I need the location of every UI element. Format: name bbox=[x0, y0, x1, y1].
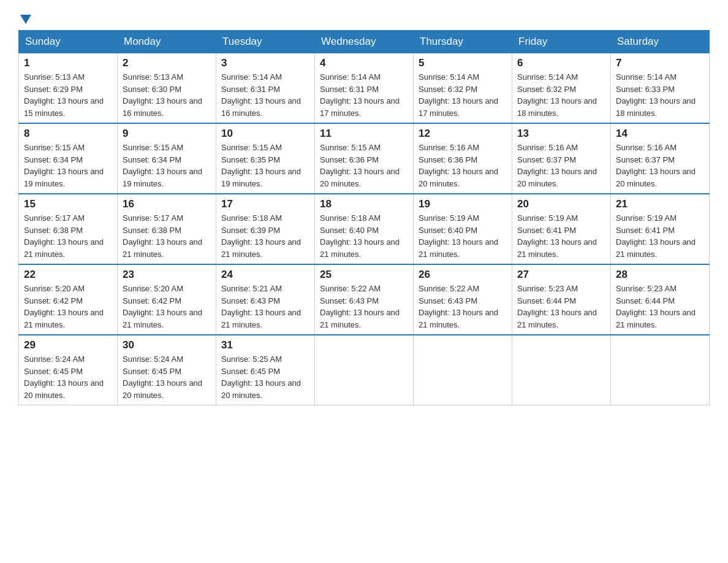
day-number: 11 bbox=[320, 128, 408, 140]
calendar-cell: 26 Sunrise: 5:22 AMSunset: 6:43 PMDaylig… bbox=[414, 264, 512, 335]
day-number: 22 bbox=[24, 269, 112, 281]
day-info: Sunrise: 5:24 AMSunset: 6:45 PMDaylight:… bbox=[123, 353, 211, 401]
calendar-cell: 12 Sunrise: 5:16 AMSunset: 6:36 PMDaylig… bbox=[414, 123, 512, 194]
calendar-cell: 24 Sunrise: 5:21 AMSunset: 6:43 PMDaylig… bbox=[216, 264, 315, 335]
day-number: 12 bbox=[419, 128, 507, 140]
day-number: 9 bbox=[123, 128, 211, 140]
day-number: 24 bbox=[221, 269, 309, 281]
header-thursday: Thursday bbox=[414, 31, 512, 53]
calendar-cell: 3 Sunrise: 5:14 AMSunset: 6:31 PMDayligh… bbox=[216, 53, 315, 124]
day-number: 20 bbox=[517, 198, 605, 210]
header-sunday: Sunday bbox=[19, 31, 118, 53]
day-info: Sunrise: 5:23 AMSunset: 6:44 PMDaylight:… bbox=[616, 283, 704, 331]
day-number: 2 bbox=[123, 57, 211, 69]
week-row-5: 29 Sunrise: 5:24 AMSunset: 6:45 PMDaylig… bbox=[19, 335, 710, 405]
day-info: Sunrise: 5:18 AMSunset: 6:39 PMDaylight:… bbox=[221, 212, 309, 260]
calendar-cell: 16 Sunrise: 5:17 AMSunset: 6:38 PMDaylig… bbox=[118, 194, 216, 264]
day-number: 29 bbox=[24, 339, 112, 351]
day-info: Sunrise: 5:15 AMSunset: 6:36 PMDaylight:… bbox=[320, 142, 408, 190]
day-info: Sunrise: 5:15 AMSunset: 6:34 PMDaylight:… bbox=[123, 142, 211, 190]
calendar-cell: 21 Sunrise: 5:19 AMSunset: 6:41 PMDaylig… bbox=[611, 194, 710, 264]
calendar-cell: 30 Sunrise: 5:24 AMSunset: 6:45 PMDaylig… bbox=[118, 335, 216, 405]
day-info: Sunrise: 5:14 AMSunset: 6:32 PMDaylight:… bbox=[419, 71, 507, 119]
day-number: 26 bbox=[419, 269, 507, 281]
day-number: 16 bbox=[123, 198, 211, 210]
week-row-4: 22 Sunrise: 5:20 AMSunset: 6:42 PMDaylig… bbox=[19, 264, 710, 335]
calendar-cell: 15 Sunrise: 5:17 AMSunset: 6:38 PMDaylig… bbox=[19, 194, 118, 264]
day-info: Sunrise: 5:14 AMSunset: 6:31 PMDaylight:… bbox=[221, 71, 309, 119]
day-info: Sunrise: 5:21 AMSunset: 6:43 PMDaylight:… bbox=[221, 283, 309, 331]
day-info: Sunrise: 5:19 AMSunset: 6:41 PMDaylight:… bbox=[616, 212, 704, 260]
calendar-cell: 5 Sunrise: 5:14 AMSunset: 6:32 PMDayligh… bbox=[414, 53, 512, 124]
day-number: 21 bbox=[616, 198, 704, 210]
day-number: 14 bbox=[616, 128, 704, 140]
calendar-cell: 10 Sunrise: 5:15 AMSunset: 6:35 PMDaylig… bbox=[216, 123, 315, 194]
day-number: 15 bbox=[24, 198, 112, 210]
day-number: 5 bbox=[419, 57, 507, 69]
day-number: 25 bbox=[320, 269, 408, 281]
calendar-cell: 9 Sunrise: 5:15 AMSunset: 6:34 PMDayligh… bbox=[118, 123, 216, 194]
day-info: Sunrise: 5:13 AMSunset: 6:30 PMDaylight:… bbox=[123, 71, 211, 119]
day-number: 1 bbox=[24, 57, 112, 69]
day-number: 27 bbox=[517, 269, 605, 281]
day-number: 13 bbox=[517, 128, 605, 140]
day-info: Sunrise: 5:20 AMSunset: 6:42 PMDaylight:… bbox=[123, 283, 211, 331]
day-info: Sunrise: 5:24 AMSunset: 6:45 PMDaylight:… bbox=[24, 353, 112, 401]
calendar-cell bbox=[315, 335, 414, 405]
day-number: 7 bbox=[616, 57, 704, 69]
day-info: Sunrise: 5:22 AMSunset: 6:43 PMDaylight:… bbox=[320, 283, 408, 331]
day-number: 28 bbox=[616, 269, 704, 281]
calendar-cell: 11 Sunrise: 5:15 AMSunset: 6:36 PMDaylig… bbox=[315, 123, 414, 194]
day-number: 10 bbox=[221, 128, 309, 140]
calendar-cell: 22 Sunrise: 5:20 AMSunset: 6:42 PMDaylig… bbox=[19, 264, 118, 335]
calendar-cell: 28 Sunrise: 5:23 AMSunset: 6:44 PMDaylig… bbox=[611, 264, 710, 335]
day-info: Sunrise: 5:16 AMSunset: 6:37 PMDaylight:… bbox=[616, 142, 704, 190]
calendar-cell: 4 Sunrise: 5:14 AMSunset: 6:31 PMDayligh… bbox=[315, 53, 414, 124]
calendar-cell bbox=[611, 335, 710, 405]
day-info: Sunrise: 5:19 AMSunset: 6:41 PMDaylight:… bbox=[517, 212, 605, 260]
day-info: Sunrise: 5:14 AMSunset: 6:32 PMDaylight:… bbox=[517, 71, 605, 119]
week-row-1: 1 Sunrise: 5:13 AMSunset: 6:29 PMDayligh… bbox=[19, 53, 710, 124]
calendar-cell bbox=[414, 335, 512, 405]
calendar-cell: 27 Sunrise: 5:23 AMSunset: 6:44 PMDaylig… bbox=[512, 264, 611, 335]
day-info: Sunrise: 5:13 AMSunset: 6:29 PMDaylight:… bbox=[24, 71, 112, 119]
day-number: 23 bbox=[123, 269, 211, 281]
header-monday: Monday bbox=[118, 31, 216, 53]
day-info: Sunrise: 5:23 AMSunset: 6:44 PMDaylight:… bbox=[517, 283, 605, 331]
calendar-cell bbox=[512, 335, 611, 405]
header-friday: Friday bbox=[512, 31, 611, 53]
day-number: 8 bbox=[24, 128, 112, 140]
calendar-cell: 6 Sunrise: 5:14 AMSunset: 6:32 PMDayligh… bbox=[512, 53, 611, 124]
calendar-cell: 25 Sunrise: 5:22 AMSunset: 6:43 PMDaylig… bbox=[315, 264, 414, 335]
day-info: Sunrise: 5:15 AMSunset: 6:34 PMDaylight:… bbox=[24, 142, 112, 190]
day-number: 3 bbox=[221, 57, 309, 69]
calendar-cell: 7 Sunrise: 5:14 AMSunset: 6:33 PMDayligh… bbox=[611, 53, 710, 124]
day-info: Sunrise: 5:16 AMSunset: 6:37 PMDaylight:… bbox=[517, 142, 605, 190]
week-row-3: 15 Sunrise: 5:17 AMSunset: 6:38 PMDaylig… bbox=[19, 194, 710, 264]
day-info: Sunrise: 5:15 AMSunset: 6:35 PMDaylight:… bbox=[221, 142, 309, 190]
day-number: 18 bbox=[320, 198, 408, 210]
week-row-2: 8 Sunrise: 5:15 AMSunset: 6:34 PMDayligh… bbox=[19, 123, 710, 194]
header-saturday: Saturday bbox=[611, 31, 710, 53]
day-info: Sunrise: 5:14 AMSunset: 6:33 PMDaylight:… bbox=[616, 71, 704, 119]
logo bbox=[18, 12, 31, 24]
calendar-cell: 20 Sunrise: 5:19 AMSunset: 6:41 PMDaylig… bbox=[512, 194, 611, 264]
day-number: 6 bbox=[517, 57, 605, 69]
day-info: Sunrise: 5:16 AMSunset: 6:36 PMDaylight:… bbox=[419, 142, 507, 190]
calendar-cell: 31 Sunrise: 5:25 AMSunset: 6:45 PMDaylig… bbox=[216, 335, 315, 405]
calendar-cell: 17 Sunrise: 5:18 AMSunset: 6:39 PMDaylig… bbox=[216, 194, 315, 264]
day-number: 4 bbox=[320, 57, 408, 69]
day-number: 31 bbox=[221, 339, 309, 351]
calendar-cell: 8 Sunrise: 5:15 AMSunset: 6:34 PMDayligh… bbox=[19, 123, 118, 194]
day-number: 17 bbox=[221, 198, 309, 210]
page-header bbox=[18, 12, 710, 24]
day-number: 30 bbox=[123, 339, 211, 351]
day-info: Sunrise: 5:18 AMSunset: 6:40 PMDaylight:… bbox=[320, 212, 408, 260]
calendar-cell: 1 Sunrise: 5:13 AMSunset: 6:29 PMDayligh… bbox=[19, 53, 118, 124]
header-wednesday: Wednesday bbox=[315, 31, 414, 53]
calendar-cell: 29 Sunrise: 5:24 AMSunset: 6:45 PMDaylig… bbox=[19, 335, 118, 405]
calendar-cell: 19 Sunrise: 5:19 AMSunset: 6:40 PMDaylig… bbox=[414, 194, 512, 264]
day-info: Sunrise: 5:17 AMSunset: 6:38 PMDaylight:… bbox=[123, 212, 211, 260]
day-info: Sunrise: 5:14 AMSunset: 6:31 PMDaylight:… bbox=[320, 71, 408, 119]
day-info: Sunrise: 5:22 AMSunset: 6:43 PMDaylight:… bbox=[419, 283, 507, 331]
